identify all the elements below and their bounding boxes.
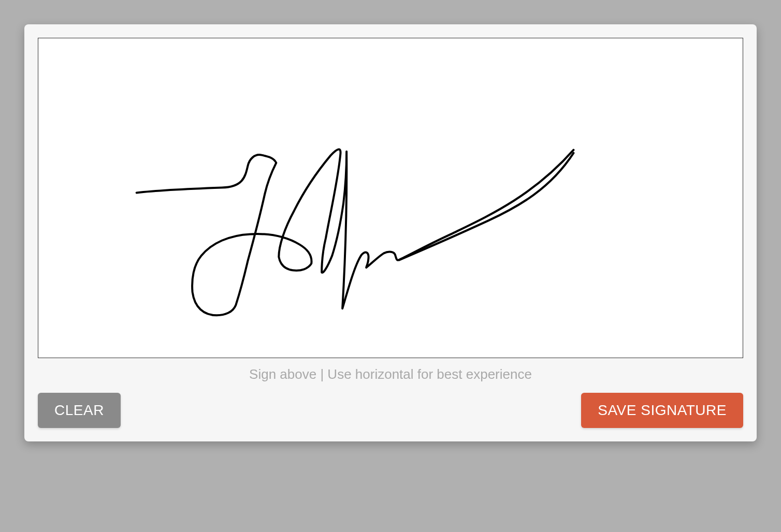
signature-card: Sign above | Use horizontal for best exp…: [24, 24, 757, 441]
signature-drawing: [38, 38, 743, 358]
hint-text: Sign above | Use horizontal for best exp…: [38, 358, 743, 393]
button-row: CLEAR SAVE SIGNATURE: [38, 393, 743, 428]
clear-button[interactable]: CLEAR: [38, 393, 121, 428]
signature-canvas[interactable]: [38, 38, 743, 358]
save-signature-button[interactable]: SAVE SIGNATURE: [581, 393, 743, 428]
